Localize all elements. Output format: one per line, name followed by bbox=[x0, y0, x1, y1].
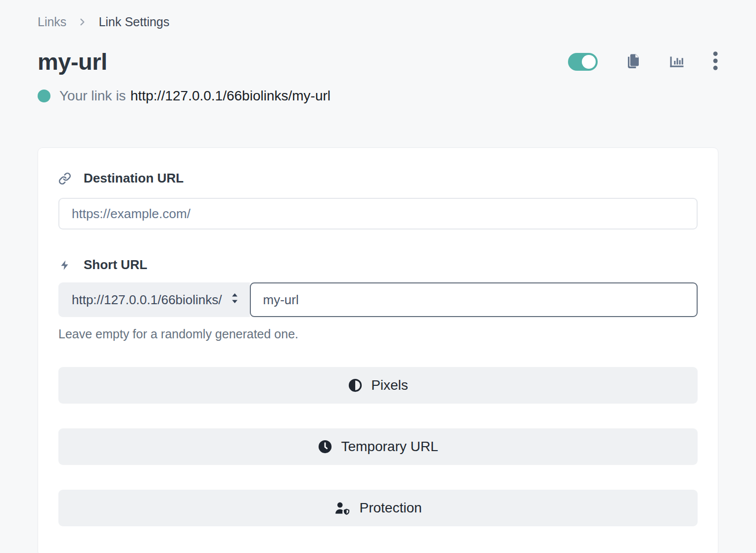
copy-link-button[interactable] bbox=[624, 52, 641, 71]
breadcrumb: Links Link Settings bbox=[38, 15, 718, 29]
breadcrumb-links[interactable]: Links bbox=[38, 15, 66, 29]
protection-section-button[interactable]: Protection bbox=[58, 490, 698, 526]
short-url-input[interactable] bbox=[250, 282, 698, 317]
short-url-group: http://127.0.0.1/66biolinks/ bbox=[58, 282, 698, 317]
link-icon bbox=[58, 172, 71, 185]
header-row: my-url bbox=[38, 48, 718, 75]
page-title: my-url bbox=[38, 48, 107, 75]
select-arrows-icon bbox=[230, 292, 239, 308]
status-url: http://127.0.0.1/66biolinks/my-url bbox=[130, 88, 331, 104]
link-settings-page: Links Link Settings my-url bbox=[0, 0, 756, 553]
domain-select-value: http://127.0.0.1/66biolinks/ bbox=[72, 292, 222, 308]
chevron-right-icon bbox=[78, 18, 87, 26]
destination-url-label-row: Destination URL bbox=[58, 171, 698, 186]
status-prefix: Your link is bbox=[59, 88, 126, 104]
destination-url-label: Destination URL bbox=[84, 171, 184, 186]
lightning-bolt-icon bbox=[58, 259, 71, 272]
copy-icon bbox=[624, 52, 641, 71]
statistics-button[interactable] bbox=[668, 52, 686, 71]
pixels-section-button[interactable]: Pixels bbox=[58, 367, 698, 404]
half-circle-icon bbox=[348, 378, 363, 393]
protection-button-label: Protection bbox=[359, 500, 422, 516]
short-url-label-row: Short URL bbox=[58, 257, 698, 273]
kebab-menu-icon bbox=[712, 51, 718, 72]
header-actions bbox=[568, 51, 718, 72]
short-url-help-text: Leave empty for a randomly generated one… bbox=[58, 327, 698, 341]
temporary-url-section-button[interactable]: Temporary URL bbox=[58, 428, 698, 465]
domain-select[interactable]: http://127.0.0.1/66biolinks/ bbox=[58, 282, 250, 317]
breadcrumb-current: Link Settings bbox=[98, 15, 169, 29]
status-dot-icon bbox=[38, 90, 50, 102]
link-status-row: Your link is http://127.0.0.1/66biolinks… bbox=[38, 88, 718, 104]
toggle-knob bbox=[582, 55, 596, 69]
pixels-button-label: Pixels bbox=[371, 377, 408, 393]
temporary-url-button-label: Temporary URL bbox=[341, 439, 438, 455]
link-enabled-toggle[interactable] bbox=[568, 53, 598, 71]
more-options-button[interactable] bbox=[712, 51, 718, 72]
short-url-label: Short URL bbox=[84, 257, 147, 273]
link-settings-card: Destination URL Short URL http://127.0.0… bbox=[38, 147, 718, 553]
destination-url-input[interactable] bbox=[58, 198, 698, 230]
bar-chart-icon bbox=[668, 52, 686, 71]
clock-icon bbox=[318, 439, 332, 454]
user-shield-icon bbox=[334, 501, 351, 515]
